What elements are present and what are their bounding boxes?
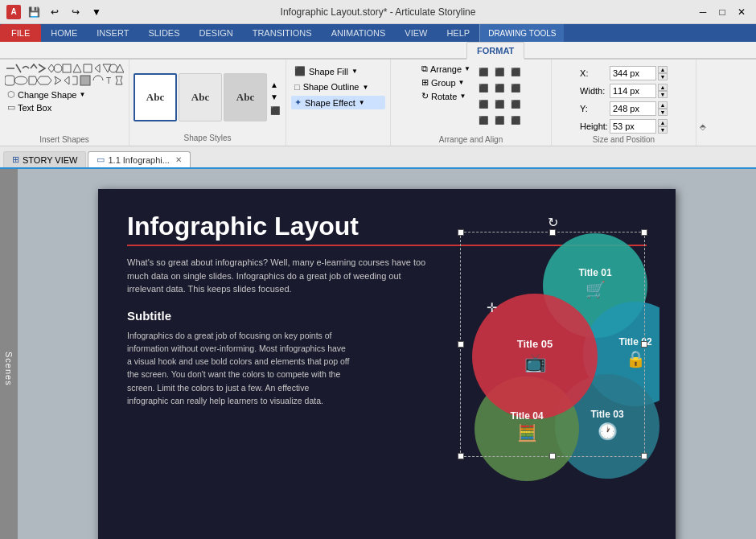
shape-effect-button[interactable]: ✦ Shape Effect ▼ (291, 96, 385, 109)
align-middle-button[interactable]: ⬛ (492, 80, 507, 95)
redo-button[interactable]: ↪ (68, 4, 84, 20)
svg-text:Title 03: Title 03 (590, 409, 623, 420)
width-input[interactable] (610, 84, 656, 98)
x-label: X: (580, 68, 608, 78)
rotate-icon: ↻ (421, 91, 429, 101)
text-box-button[interactable]: ▭ Text Box (5, 101, 124, 113)
flip-h-button[interactable]: ⬛ (492, 113, 507, 127)
shape-outline-button[interactable]: □ Shape Outline ▼ (291, 80, 385, 93)
tabs-bar: ⊞ STORY VIEW ▭ 1.1 Infographi... ✕ (0, 146, 756, 169)
more-button[interactable]: ▼ (88, 4, 105, 20)
shapes-row-1 (5, 63, 124, 74)
minimize-button[interactable]: ─ (695, 4, 711, 20)
tab-help[interactable]: HELP (437, 24, 479, 42)
tab-slides[interactable]: SLIDES (138, 24, 189, 42)
infographic[interactable]: Title 01 🛒 Title 02 🔒 Title 03 🕐 Title 0… (402, 229, 659, 495)
shape-style-1[interactable]: Abc (134, 73, 177, 121)
x-up-button[interactable]: ▲ (658, 66, 668, 73)
width-up-button[interactable]: ▲ (658, 84, 668, 91)
distribute-v-button[interactable]: ⬛ (492, 97, 507, 111)
change-shape-button[interactable]: ⬡ Change Shape ▼ (5, 88, 124, 101)
align-left-button[interactable]: ⬛ (476, 64, 491, 79)
text-box-icon: ▭ (7, 102, 15, 113)
svg-text:🧮: 🧮 (517, 423, 537, 442)
arrange-align-group: ⧉ Arrange ▼ ⊞ Group ▼ ↻ Rotate ▼ ⬛ (391, 60, 552, 146)
distribute-h-button[interactable]: ⬛ (476, 97, 491, 111)
shape-style-2[interactable]: Abc (179, 73, 222, 121)
y-label: Y: (580, 104, 608, 113)
tab-file[interactable]: FILE (0, 24, 41, 42)
effect-icon: ✦ (294, 97, 302, 108)
close-button[interactable]: ✕ (733, 4, 750, 20)
shape-styles-label: Shape Styles (184, 132, 232, 142)
svg-text:Title 04: Title 04 (510, 410, 543, 422)
svg-text:🔒: 🔒 (626, 349, 646, 368)
align-center-button[interactable]: ⬛ (492, 64, 507, 79)
align-right-button[interactable]: ⬛ (508, 64, 523, 79)
y-up-button[interactable]: ▲ (658, 101, 668, 109)
tab-view[interactable]: VIEW (395, 24, 437, 42)
svg-rect-5 (80, 76, 90, 85)
size-position-label: Size and Position (593, 134, 655, 144)
maximize-button[interactable]: □ (714, 4, 730, 20)
shape-style-3[interactable]: Abc (224, 73, 267, 121)
height-down-button[interactable]: ▼ (658, 126, 668, 134)
group-chevron-icon: ▼ (458, 79, 465, 86)
height-label: Height: (580, 121, 608, 131)
svg-text:T: T (106, 76, 111, 85)
x-input[interactable] (610, 66, 656, 80)
shape-fill-button[interactable]: ⬛ Shape Fill ▼ (291, 64, 385, 78)
slide[interactable]: Infographic Layout What's so great about… (98, 189, 676, 539)
tab-insert[interactable]: INSERT (87, 24, 138, 42)
tab-home[interactable]: HOME (41, 24, 87, 42)
tab-format[interactable]: FORMAT (466, 42, 524, 60)
bring-front-button[interactable]: ⬛ (508, 97, 523, 111)
x-down-button[interactable]: ▼ (658, 73, 668, 80)
title-bar-right: ─ □ ✕ (695, 4, 750, 20)
rotate-button[interactable]: ↻ Rotate ▼ (419, 90, 473, 102)
y-spinner[interactable]: ▲ ▼ (658, 101, 668, 116)
ribbon-tabs-bar: FILE HOME INSERT SLIDES DESIGN TRANSITIO… (0, 24, 756, 42)
svg-text:Title 01: Title 01 (578, 267, 611, 278)
ribbon: T ⬡ Change Shape ▼ ▭ Text Box Insert Sha… (0, 60, 756, 146)
fill-chevron-icon: ▼ (351, 68, 358, 75)
svg-rect-2 (63, 64, 71, 72)
svg-rect-3 (5, 76, 14, 85)
tab-transitions[interactable]: TRANSITIONS (243, 24, 322, 42)
height-up-button[interactable]: ▲ (658, 119, 668, 126)
height-input[interactable] (610, 119, 656, 134)
rotate-chevron-icon: ▼ (459, 93, 466, 100)
flip-v-button[interactable]: ⬛ (508, 113, 523, 127)
y-down-button[interactable]: ▼ (658, 109, 668, 116)
slide-tab[interactable]: ▭ 1.1 Infographi... ✕ (88, 151, 190, 167)
tab-design[interactable]: DESIGN (190, 24, 243, 42)
width-down-button[interactable]: ▼ (658, 91, 668, 98)
arrange-button[interactable]: ⧉ Arrange ▼ (419, 63, 473, 75)
align-bottom-button[interactable]: ⬛ (508, 80, 523, 95)
size-position-group: X: ▲ ▼ Width: ▲ ▼ Y: ▲ ▼ Height: ▲ ▼ (552, 60, 696, 146)
tab-animations[interactable]: ANIMATIONS (322, 24, 396, 42)
height-spinner[interactable]: ▲ ▼ (658, 119, 668, 134)
send-back-button[interactable]: ⬛ (476, 113, 491, 127)
y-input[interactable] (610, 101, 656, 116)
svg-text:Title 05: Title 05 (517, 338, 553, 350)
scenes-panel: Scenes (0, 169, 18, 539)
svg-text:🕐: 🕐 (598, 422, 618, 441)
drawing-tools-label: DRAWING TOOLS (479, 24, 564, 42)
group-button[interactable]: ⊞ Group ▼ (419, 76, 473, 88)
size-position-expand[interactable]: ⬘ (696, 60, 709, 146)
chevron-down-icon: ▼ (79, 91, 85, 98)
change-shape-icon: ⬡ (7, 89, 15, 100)
save-button[interactable]: 💾 (26, 4, 42, 20)
infographic-svg: Title 01 🛒 Title 02 🔒 Title 03 🕐 Title 0… (402, 229, 659, 495)
width-spinner[interactable]: ▲ ▼ (658, 84, 668, 98)
insert-shapes-group: T ⬡ Change Shape ▼ ▭ Text Box Insert Sha… (0, 60, 129, 146)
close-tab-button[interactable]: ✕ (175, 155, 182, 164)
undo-button[interactable]: ↩ (47, 4, 63, 20)
shape-styles-scroll[interactable]: ▲ ▼ ⬛ (269, 79, 281, 117)
fill-icon: ⬛ (294, 66, 306, 76)
story-view-tab[interactable]: ⊞ STORY VIEW (3, 151, 86, 167)
align-top-button[interactable]: ⬛ (476, 80, 491, 95)
svg-text:🛒: 🛒 (585, 280, 606, 299)
x-spinner[interactable]: ▲ ▼ (658, 66, 668, 80)
